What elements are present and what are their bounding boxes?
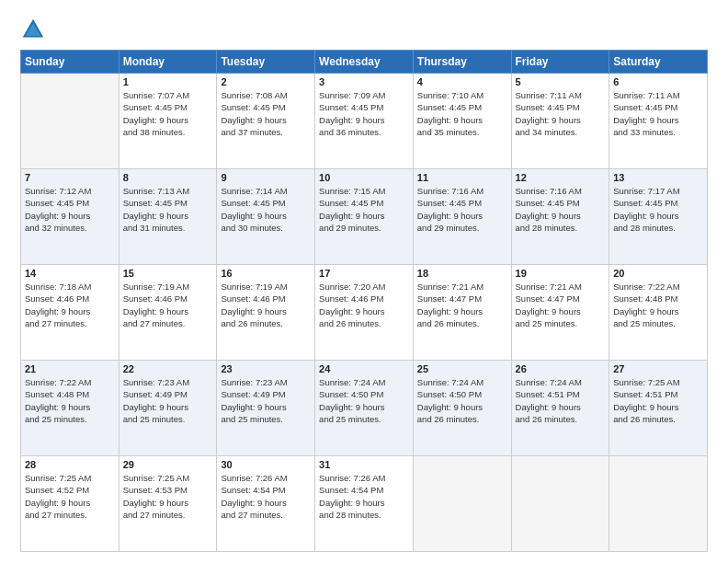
day-number: 21 [25,363,115,374]
calendar-cell [511,456,609,552]
page: SundayMondayTuesdayWednesdayThursdayFrid… [0,0,728,563]
day-info: Sunrise: 7:25 AM Sunset: 4:51 PM Dayligh… [613,376,703,425]
day-number: 13 [613,172,703,183]
calendar-cell: 30Sunrise: 7:26 AM Sunset: 4:54 PM Dayli… [217,456,315,552]
day-info: Sunrise: 7:21 AM Sunset: 4:47 PM Dayligh… [516,281,606,329]
day-info: Sunrise: 7:17 AM Sunset: 4:45 PM Dayligh… [613,185,703,234]
calendar-week-row: 14Sunrise: 7:18 AM Sunset: 4:46 PM Dayli… [21,265,708,361]
calendar-cell: 10Sunrise: 7:15 AM Sunset: 4:45 PM Dayli… [315,169,414,265]
day-info: Sunrise: 7:24 AM Sunset: 4:50 PM Dayligh… [417,376,507,425]
day-number: 29 [123,459,213,470]
day-number: 14 [25,268,115,279]
calendar-cell: 4Sunrise: 7:10 AM Sunset: 4:45 PM Daylig… [413,74,511,169]
calendar-week-row: 1Sunrise: 7:07 AM Sunset: 4:45 PM Daylig… [21,74,708,169]
calendar-cell: 22Sunrise: 7:23 AM Sunset: 4:49 PM Dayli… [119,361,217,456]
day-info: Sunrise: 7:21 AM Sunset: 4:47 PM Dayligh… [417,281,507,329]
day-number: 15 [123,268,213,279]
day-number: 2 [221,76,311,87]
day-number: 12 [516,172,606,183]
day-info: Sunrise: 7:26 AM Sunset: 4:54 PM Dayligh… [221,472,311,521]
day-number: 10 [319,172,409,183]
calendar-cell: 26Sunrise: 7:24 AM Sunset: 4:51 PM Dayli… [511,361,609,456]
day-info: Sunrise: 7:08 AM Sunset: 4:45 PM Dayligh… [221,89,311,138]
calendar-cell: 1Sunrise: 7:07 AM Sunset: 4:45 PM Daylig… [119,74,217,169]
day-info: Sunrise: 7:09 AM Sunset: 4:45 PM Dayligh… [319,89,409,138]
calendar-cell: 16Sunrise: 7:19 AM Sunset: 4:46 PM Dayli… [217,265,315,361]
day-number: 26 [516,363,606,374]
day-number: 8 [123,172,213,183]
calendar-cell [21,74,119,169]
day-number: 16 [221,268,311,279]
col-header-friday: Friday [511,51,609,74]
day-info: Sunrise: 7:07 AM Sunset: 4:45 PM Dayligh… [123,89,213,138]
header [20,17,708,42]
col-header-tuesday: Tuesday [217,51,315,74]
day-number: 18 [417,268,507,279]
day-number: 20 [613,268,703,279]
calendar-week-row: 7Sunrise: 7:12 AM Sunset: 4:45 PM Daylig… [21,169,708,265]
calendar-cell: 11Sunrise: 7:16 AM Sunset: 4:45 PM Dayli… [413,169,511,265]
day-info: Sunrise: 7:22 AM Sunset: 4:48 PM Dayligh… [25,376,115,425]
day-number: 11 [417,172,507,183]
calendar-header-row: SundayMondayTuesdayWednesdayThursdayFrid… [21,51,708,74]
day-number: 4 [417,76,507,87]
calendar-cell: 27Sunrise: 7:25 AM Sunset: 4:51 PM Dayli… [609,361,708,456]
day-info: Sunrise: 7:12 AM Sunset: 4:45 PM Dayligh… [25,185,115,234]
col-header-sunday: Sunday [21,51,119,74]
calendar-cell: 24Sunrise: 7:24 AM Sunset: 4:50 PM Dayli… [315,361,414,456]
calendar-cell [609,456,708,552]
calendar-cell: 2Sunrise: 7:08 AM Sunset: 4:45 PM Daylig… [217,74,315,169]
calendar-cell: 8Sunrise: 7:13 AM Sunset: 4:45 PM Daylig… [119,169,217,265]
day-info: Sunrise: 7:15 AM Sunset: 4:45 PM Dayligh… [319,185,409,234]
day-number: 6 [613,76,703,87]
day-number: 23 [221,363,311,374]
day-number: 9 [221,172,311,183]
day-number: 7 [25,172,115,183]
day-number: 17 [319,268,409,279]
day-number: 27 [613,363,703,374]
calendar-cell: 7Sunrise: 7:12 AM Sunset: 4:45 PM Daylig… [21,169,119,265]
calendar-cell: 6Sunrise: 7:11 AM Sunset: 4:45 PM Daylig… [609,74,708,169]
day-info: Sunrise: 7:13 AM Sunset: 4:45 PM Dayligh… [123,185,213,234]
col-header-wednesday: Wednesday [315,51,414,74]
day-info: Sunrise: 7:10 AM Sunset: 4:45 PM Dayligh… [417,89,507,138]
day-info: Sunrise: 7:16 AM Sunset: 4:45 PM Dayligh… [417,185,507,234]
calendar-cell: 21Sunrise: 7:22 AM Sunset: 4:48 PM Dayli… [21,361,119,456]
day-number: 25 [417,363,507,374]
calendar-cell: 12Sunrise: 7:16 AM Sunset: 4:45 PM Dayli… [511,169,609,265]
calendar-cell: 29Sunrise: 7:25 AM Sunset: 4:53 PM Dayli… [119,456,217,552]
calendar-cell: 9Sunrise: 7:14 AM Sunset: 4:45 PM Daylig… [217,169,315,265]
day-info: Sunrise: 7:24 AM Sunset: 4:51 PM Dayligh… [516,376,606,425]
day-number: 3 [319,76,409,87]
calendar-week-row: 21Sunrise: 7:22 AM Sunset: 4:48 PM Dayli… [21,361,708,456]
calendar-cell: 14Sunrise: 7:18 AM Sunset: 4:46 PM Dayli… [21,265,119,361]
day-info: Sunrise: 7:14 AM Sunset: 4:45 PM Dayligh… [221,185,311,234]
day-info: Sunrise: 7:23 AM Sunset: 4:49 PM Dayligh… [123,376,213,425]
day-info: Sunrise: 7:22 AM Sunset: 4:48 PM Dayligh… [613,281,703,329]
day-info: Sunrise: 7:23 AM Sunset: 4:49 PM Dayligh… [221,376,311,425]
calendar-cell: 31Sunrise: 7:26 AM Sunset: 4:54 PM Dayli… [315,456,414,552]
col-header-thursday: Thursday [413,51,511,74]
day-number: 30 [221,459,311,470]
day-info: Sunrise: 7:16 AM Sunset: 4:45 PM Dayligh… [516,185,606,234]
calendar-cell: 18Sunrise: 7:21 AM Sunset: 4:47 PM Dayli… [413,265,511,361]
day-info: Sunrise: 7:18 AM Sunset: 4:46 PM Dayligh… [25,281,115,329]
day-info: Sunrise: 7:26 AM Sunset: 4:54 PM Dayligh… [319,472,409,521]
calendar-cell: 3Sunrise: 7:09 AM Sunset: 4:45 PM Daylig… [315,74,414,169]
calendar-cell: 5Sunrise: 7:11 AM Sunset: 4:45 PM Daylig… [511,74,609,169]
day-info: Sunrise: 7:19 AM Sunset: 4:46 PM Dayligh… [123,281,213,329]
calendar-cell: 20Sunrise: 7:22 AM Sunset: 4:48 PM Dayli… [609,265,708,361]
day-number: 28 [25,459,115,470]
logo [20,17,50,42]
logo-icon [20,17,46,42]
calendar-cell: 19Sunrise: 7:21 AM Sunset: 4:47 PM Dayli… [511,265,609,361]
day-info: Sunrise: 7:24 AM Sunset: 4:50 PM Dayligh… [319,376,409,425]
day-info: Sunrise: 7:25 AM Sunset: 4:52 PM Dayligh… [25,472,115,521]
calendar-cell: 25Sunrise: 7:24 AM Sunset: 4:50 PM Dayli… [413,361,511,456]
day-number: 1 [123,76,213,87]
calendar-cell: 17Sunrise: 7:20 AM Sunset: 4:46 PM Dayli… [315,265,414,361]
calendar-cell: 15Sunrise: 7:19 AM Sunset: 4:46 PM Dayli… [119,265,217,361]
calendar-cell: 28Sunrise: 7:25 AM Sunset: 4:52 PM Dayli… [21,456,119,552]
day-info: Sunrise: 7:20 AM Sunset: 4:46 PM Dayligh… [319,281,409,329]
calendar-cell [413,456,511,552]
